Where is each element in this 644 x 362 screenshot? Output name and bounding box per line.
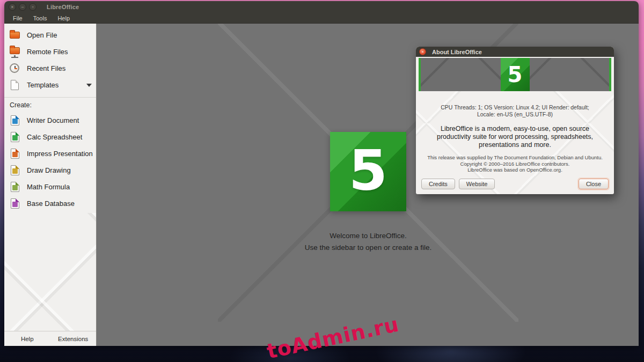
sidebar-item-remote-files[interactable]: Remote Files xyxy=(4,43,96,60)
impress-doc-icon xyxy=(9,148,21,160)
dialog-close-icon[interactable]: × xyxy=(419,48,426,55)
description-text: LibreOffice is a modern, easy-to-use, op… xyxy=(423,125,607,149)
banner-5-tile: 5 xyxy=(501,58,530,91)
menubar: File Tools Help xyxy=(4,13,639,24)
window-minimize-button[interactable]: − xyxy=(19,3,26,11)
release-info-text: This release was supplied by The Documen… xyxy=(416,154,614,173)
dialog-titlebar: × About LibreOffice xyxy=(416,47,614,57)
sidebar-item-templates[interactable]: Templates xyxy=(4,77,96,93)
menu-file[interactable]: File xyxy=(8,14,28,23)
window-titlebar: × − ▫ LibreOffice xyxy=(4,1,639,13)
welcome-subtext: Use the sidebar to open or create a file… xyxy=(261,243,475,252)
sidebar-item-math-formula[interactable]: Math Formula xyxy=(4,179,96,195)
extensions-button[interactable]: Extensions xyxy=(50,331,97,346)
window-maximize-button[interactable]: ▫ xyxy=(29,3,36,11)
dialog-title: About LibreOffice xyxy=(432,49,482,55)
dialog-button-row: Credits Website Close xyxy=(421,179,609,189)
about-libreoffice-dialog: × About LibreOffice 5 CPU Threads: 1; OS… xyxy=(416,47,614,194)
libreoffice-5-logo: 5 xyxy=(330,132,406,211)
sidebar-separator xyxy=(4,97,96,98)
template-page-icon xyxy=(9,79,21,91)
create-section-label: Create: xyxy=(4,100,96,112)
math-doc-icon xyxy=(9,181,21,193)
chevron-down-icon[interactable] xyxy=(86,84,92,87)
sidebar-item-writer-document[interactable]: Writer Document xyxy=(4,112,96,129)
window-close-button[interactable]: × xyxy=(9,3,16,11)
sidebar-item-calc-spreadsheet[interactable]: Calc Spreadsheet xyxy=(4,129,96,145)
libreoffice-banner: 5 xyxy=(419,58,611,91)
sidebar-item-draw-drawing[interactable]: Draw Drawing xyxy=(4,162,96,179)
system-info-text: CPU Threads: 1; OS Version: Linux 4.2; U… xyxy=(416,104,614,118)
help-button[interactable]: Help xyxy=(4,331,50,346)
welcome-text: Welcome to LibreOffice. xyxy=(261,232,475,240)
remote-folder-icon xyxy=(9,46,21,58)
window-title: LibreOffice xyxy=(47,4,79,10)
sidebar-item-recent-files[interactable]: Recent Files xyxy=(4,60,96,77)
sidebar-footer: Help Extensions xyxy=(4,331,96,346)
base-doc-icon xyxy=(9,198,21,210)
clock-icon xyxy=(9,63,21,75)
calc-doc-icon xyxy=(9,131,21,143)
sidebar-item-impress-presentation[interactable]: Impress Presentation xyxy=(4,145,96,162)
sidebar: Open File Remote Files Recent Files Temp… xyxy=(4,24,97,346)
draw-doc-icon xyxy=(9,165,21,176)
website-button[interactable]: Website xyxy=(459,179,495,189)
credits-button[interactable]: Credits xyxy=(421,179,455,189)
writer-doc-icon xyxy=(9,115,21,127)
menu-tools[interactable]: Tools xyxy=(28,14,53,23)
sidebar-item-base-database[interactable]: Base Database xyxy=(4,195,96,212)
folder-open-icon xyxy=(9,29,21,41)
close-button[interactable]: Close xyxy=(579,179,609,189)
menu-help[interactable]: Help xyxy=(52,14,75,23)
sidebar-item-open-file[interactable]: Open File xyxy=(4,27,96,43)
